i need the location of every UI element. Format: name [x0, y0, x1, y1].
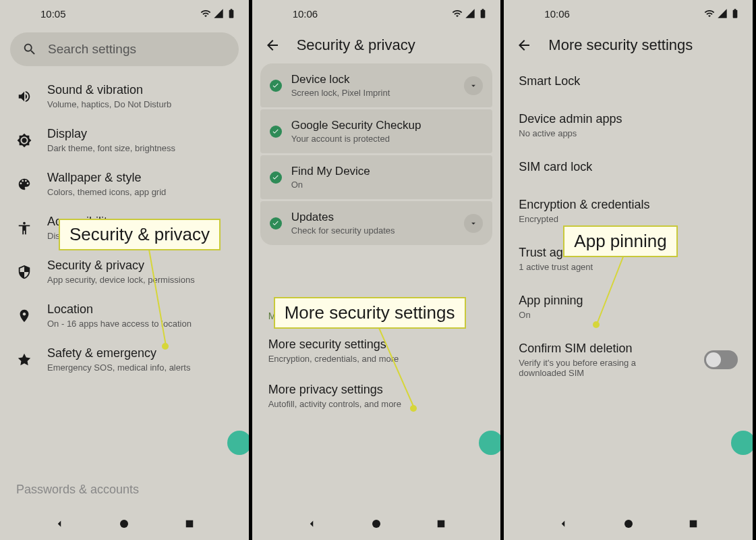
- item-smart-lock[interactable]: Smart Lock: [504, 63, 753, 101]
- card-google-checkup[interactable]: Google Security Checkup Your account is …: [260, 109, 493, 153]
- item-sim-lock[interactable]: SIM card lock: [504, 149, 753, 187]
- item-device-admin[interactable]: Device admin apps No active apps: [504, 101, 753, 149]
- status-bar: 10:06: [252, 0, 501, 26]
- battery-icon: [477, 8, 488, 19]
- setting-sub: Colors, themed icons, app grid: [47, 187, 237, 197]
- security-screen: 10:06 Security & privacy Device lock Scr…: [252, 0, 504, 540]
- sub-title: More privacy settings: [268, 383, 485, 397]
- fab-partial[interactable]: [227, 431, 249, 455]
- search-placeholder: Search settings: [48, 42, 136, 57]
- setting-title: Sound & vibration: [47, 83, 237, 97]
- setting-sub: On - 16 apps have access to location: [47, 319, 237, 329]
- setting-security[interactable]: Security & privacy App security, device …: [0, 250, 249, 294]
- more-content: Smart Lock Device admin apps No active a…: [504, 63, 753, 506]
- status-time: 10:05: [40, 8, 66, 20]
- more-security-screen: 10:06 More security settings Smart Lock …: [504, 0, 756, 540]
- callout-dot: [410, 405, 417, 412]
- nav-bar: [504, 506, 753, 540]
- emergency-icon: [16, 352, 32, 368]
- callout-security: Security & privacy: [59, 219, 221, 250]
- status-bar: 10:05: [0, 0, 249, 26]
- svg-rect-5: [438, 520, 445, 528]
- nav-back[interactable]: [303, 516, 320, 532]
- more-privacy-settings[interactable]: More privacy settings Autofill, activity…: [252, 373, 501, 418]
- header-title: More security settings: [548, 36, 693, 54]
- shield-icon: [16, 264, 32, 280]
- status-icons: [200, 8, 237, 19]
- setting-sound[interactable]: Sound & vibration Volume, haptics, Do No…: [0, 74, 249, 118]
- item-confirm-sim[interactable]: Confirm SIM deletion Verify it's you bef…: [504, 331, 753, 389]
- wifi-icon: [704, 8, 715, 19]
- nav-home[interactable]: [368, 516, 384, 532]
- setting-sub: Emergency SOS, medical info, alerts: [47, 362, 237, 373]
- nav-home[interactable]: [620, 516, 637, 532]
- signal-icon: [717, 8, 728, 19]
- nav-back[interactable]: [555, 516, 571, 532]
- svg-point-4: [372, 520, 380, 528]
- nav-recent[interactable]: [685, 516, 701, 532]
- setting-title: Wallpaper & style: [47, 171, 237, 185]
- brightness-icon: [16, 132, 32, 148]
- back-button[interactable]: [264, 37, 281, 53]
- status-time: 10:06: [293, 8, 318, 20]
- fab-partial[interactable]: [731, 431, 753, 455]
- setting-wallpaper[interactable]: Wallpaper & style Colors, themed icons, …: [0, 162, 249, 206]
- setting-safety[interactable]: Safety & emergency Emergency SOS, medica…: [0, 338, 249, 381]
- setting-sub: App security, device lock, permissions: [47, 275, 237, 285]
- check-icon: [270, 171, 282, 184]
- item-sub: Verify it's you before erasing a downloa…: [519, 358, 674, 378]
- volume-icon: [16, 88, 32, 105]
- nav-recent[interactable]: [181, 516, 198, 532]
- card-title: Google Security Checkup: [291, 119, 484, 132]
- setting-title: Security & privacy: [47, 259, 237, 273]
- item-title: Device admin apps: [519, 112, 738, 126]
- wifi-icon: [200, 8, 211, 19]
- item-sub: 1 active trust agent: [519, 262, 738, 272]
- setting-location[interactable]: Location On - 16 apps have access to loc…: [0, 294, 249, 338]
- card-sub: Check for security updates: [291, 225, 455, 236]
- accessibility-icon: [16, 220, 32, 236]
- card-updates[interactable]: Updates Check for security updates: [260, 201, 493, 245]
- setting-display[interactable]: Display Dark theme, font size, brightnes…: [0, 118, 249, 162]
- toggle-sim-deletion[interactable]: [704, 350, 738, 369]
- expand-button[interactable]: [464, 76, 483, 95]
- battery-icon: [226, 8, 237, 19]
- battery-icon: [730, 8, 740, 19]
- svg-rect-2: [185, 520, 193, 528]
- sub-sub: Autofill, activity controls, and more: [268, 399, 485, 409]
- back-button[interactable]: [516, 37, 532, 53]
- item-app-pinning[interactable]: App pinning On: [504, 283, 753, 331]
- check-icon: [270, 80, 282, 92]
- fab-partial[interactable]: [479, 431, 500, 455]
- nav-back[interactable]: [51, 516, 67, 532]
- palette-icon: [16, 176, 32, 192]
- more-security-settings[interactable]: More security settings Encryption, crede…: [252, 328, 501, 373]
- callout-app-pinning: App pinning: [563, 225, 677, 257]
- search-bar[interactable]: Search settings: [10, 32, 239, 66]
- item-sub: No active apps: [519, 128, 738, 138]
- setting-title: Location: [47, 302, 237, 317]
- card-find-device[interactable]: Find My Device On: [260, 155, 493, 199]
- setting-sub: Dark theme, font size, brightness: [47, 143, 237, 153]
- svg-rect-8: [690, 520, 697, 528]
- header-title: Security & privacy: [297, 36, 415, 54]
- setting-title: Safety & emergency: [47, 346, 237, 360]
- header: More security settings: [504, 26, 753, 63]
- item-title: SIM card lock: [519, 160, 738, 174]
- card-sub: On: [291, 180, 484, 190]
- item-title: Encryption & credentials: [519, 198, 738, 212]
- item-sub: Encrypted: [519, 214, 738, 224]
- check-icon: [270, 126, 282, 138]
- nav-bar: [252, 506, 501, 540]
- search-icon: [22, 42, 37, 57]
- expand-button[interactable]: [464, 214, 483, 233]
- setting-sub: Volume, haptics, Do Not Disturb: [47, 99, 237, 109]
- setting-passwords[interactable]: Passwords & accounts: [0, 473, 249, 506]
- setting-title: Display: [47, 127, 237, 141]
- nav-home[interactable]: [116, 516, 132, 532]
- security-content: Device lock Screen lock, Pixel Imprint G…: [252, 63, 501, 506]
- nav-bar: [0, 506, 249, 540]
- card-device-lock[interactable]: Device lock Screen lock, Pixel Imprint: [260, 63, 493, 107]
- nav-recent[interactable]: [433, 516, 449, 532]
- status-bar: 10:06: [504, 0, 753, 26]
